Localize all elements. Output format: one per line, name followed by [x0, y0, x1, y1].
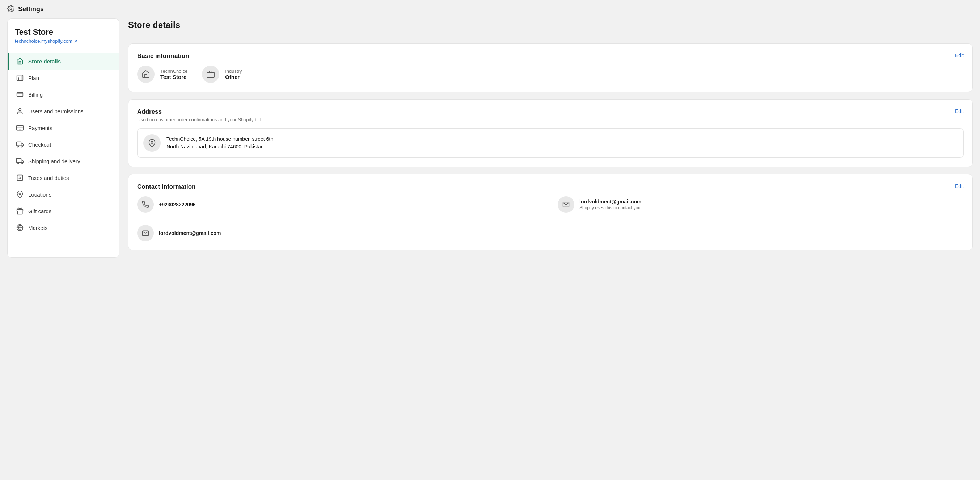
email-primary-value: lordvoldment@gmail.com	[579, 199, 642, 204]
external-link-icon: ↗	[74, 39, 78, 44]
sidebar-item-label: Markets	[28, 225, 48, 231]
basic-info-title: Basic information	[137, 53, 189, 60]
sidebar-item-checkout[interactable]: Checkout	[8, 136, 119, 153]
industry-info-icon	[202, 65, 219, 83]
contact-phone-row: +923028222096 lordvoldment@gmail.com Sho…	[137, 196, 964, 213]
plan-icon	[16, 74, 24, 82]
address-pin-icon	[143, 134, 161, 151]
sidebar-item-store-details[interactable]: Store details	[8, 53, 119, 70]
svg-rect-8	[17, 125, 23, 130]
address-line1: TechnChoice, 5A 19th house number, stree…	[167, 136, 275, 143]
location-icon	[16, 190, 24, 198]
svg-rect-5	[17, 92, 23, 97]
markets-icon	[16, 224, 24, 232]
svg-point-28	[151, 141, 153, 144]
address-line2: North Nazimabad, Karachi 74600, Pakistan	[167, 143, 275, 151]
contact-info-card: Contact information Edit +923028222096	[128, 174, 973, 250]
sidebar-item-label: Payments	[28, 125, 52, 131]
main-content: Store details Basic information Edit	[128, 18, 973, 258]
contact-email-secondary-row: lordvoldment@gmail.com	[137, 225, 964, 241]
industry-text: Industry Other	[225, 69, 242, 80]
basic-information-card: Basic information Edit TechnChoice Test …	[128, 43, 973, 92]
basic-info-edit-button[interactable]: Edit	[955, 53, 964, 58]
svg-point-14	[21, 145, 22, 147]
address-text: TechnChoice, 5A 19th house number, stree…	[167, 136, 275, 151]
sidebar-item-payments[interactable]: Payments	[8, 120, 119, 136]
svg-point-17	[21, 162, 22, 164]
svg-point-21	[21, 179, 21, 179]
topbar-title: Settings	[18, 5, 44, 13]
sidebar-store-name: Test Store	[8, 27, 119, 38]
svg-rect-27	[207, 72, 214, 78]
sidebar-item-label: Users and permissions	[28, 108, 84, 115]
contact-header: Contact information Edit	[137, 183, 964, 190]
topbar: Settings	[0, 0, 980, 18]
industry-label: Industry	[225, 69, 242, 74]
store-name-value: Test Store	[160, 74, 188, 80]
store-account-label: TechnChoice	[160, 69, 188, 74]
address-title-group: Address Used on customer order confirmat…	[137, 108, 262, 122]
sidebar-item-label: Plan	[28, 75, 39, 81]
phone-text: +923028222096	[159, 202, 196, 207]
address-header: Address Used on customer order confirmat…	[137, 108, 964, 122]
email-secondary-icon	[137, 225, 154, 241]
sidebar-item-locations[interactable]: Locations	[8, 186, 119, 203]
sidebar-item-billing[interactable]: Billing	[8, 86, 119, 103]
sidebar-item-label: Billing	[28, 92, 43, 98]
store-icon	[16, 57, 24, 65]
address-title: Address	[137, 108, 162, 115]
sidebar-divider	[8, 51, 119, 51]
sidebar-item-gift-cards[interactable]: Gift cards	[8, 203, 119, 219]
sidebar-item-label: Gift cards	[28, 208, 51, 214]
phone-icon	[137, 196, 154, 213]
svg-point-20	[19, 177, 19, 177]
basic-info-row: TechnChoice Test Store Industry Other	[137, 65, 964, 83]
store-info-text: TechnChoice Test Store	[160, 69, 188, 80]
shipping-icon	[16, 157, 24, 165]
payments-icon	[16, 124, 24, 132]
sidebar-item-label: Taxes and duties	[28, 175, 69, 181]
user-icon	[16, 107, 24, 115]
checkout-icon	[16, 140, 24, 148]
contact-phone-item: +923028222096	[137, 196, 543, 213]
email-secondary-text: lordvoldment@gmail.com	[159, 230, 221, 236]
svg-point-13	[18, 145, 19, 147]
billing-icon	[16, 91, 24, 99]
sidebar-item-label: Locations	[28, 191, 51, 198]
email-primary-sub: Shopify uses this to contact you	[579, 205, 642, 210]
store-info-item: TechnChoice Test Store	[137, 65, 188, 83]
contact-email-secondary-item: lordvoldment@gmail.com	[137, 225, 964, 241]
email-secondary-value: lordvoldment@gmail.com	[159, 230, 221, 236]
industry-info-item: Industry Other	[202, 65, 242, 83]
gear-icon	[7, 5, 14, 13]
svg-point-16	[18, 162, 19, 164]
sidebar-store-link[interactable]: technchoice.myshopify.com ↗	[8, 38, 119, 51]
address-subtitle: Used on customer order confirmations and…	[137, 117, 262, 122]
contact-edit-button[interactable]: Edit	[955, 183, 964, 189]
contact-email-primary-item: lordvoldment@gmail.com Shopify uses this…	[558, 196, 964, 213]
svg-rect-15	[17, 159, 21, 163]
gift-icon	[16, 207, 24, 215]
email-icon	[558, 196, 574, 213]
address-edit-button[interactable]: Edit	[955, 108, 964, 114]
industry-value: Other	[225, 74, 242, 80]
contact-divider	[137, 218, 964, 219]
svg-point-7	[19, 108, 21, 111]
sidebar-item-label: Shipping and delivery	[28, 158, 80, 164]
basic-info-header: Basic information Edit	[137, 53, 964, 60]
content-divider	[128, 36, 973, 36]
store-info-icon	[137, 65, 154, 83]
sidebar-item-label: Store details	[28, 58, 61, 64]
sidebar-item-markets[interactable]: Markets	[8, 219, 119, 236]
sidebar-item-label: Checkout	[28, 142, 51, 148]
sidebar-item-plan[interactable]: Plan	[8, 70, 119, 86]
email-primary-text: lordvoldment@gmail.com Shopify uses this…	[579, 199, 642, 210]
page-title: Store details	[128, 18, 973, 30]
svg-point-22	[19, 193, 21, 195]
sidebar-item-taxes-duties[interactable]: Taxes and duties	[8, 169, 119, 186]
main-layout: Test Store technchoice.myshopify.com ↗ S…	[0, 18, 980, 272]
taxes-icon	[16, 174, 24, 182]
sidebar-item-users-permissions[interactable]: Users and permissions	[8, 103, 119, 120]
sidebar-item-shipping-delivery[interactable]: Shipping and delivery	[8, 153, 119, 169]
phone-value: +923028222096	[159, 202, 196, 207]
